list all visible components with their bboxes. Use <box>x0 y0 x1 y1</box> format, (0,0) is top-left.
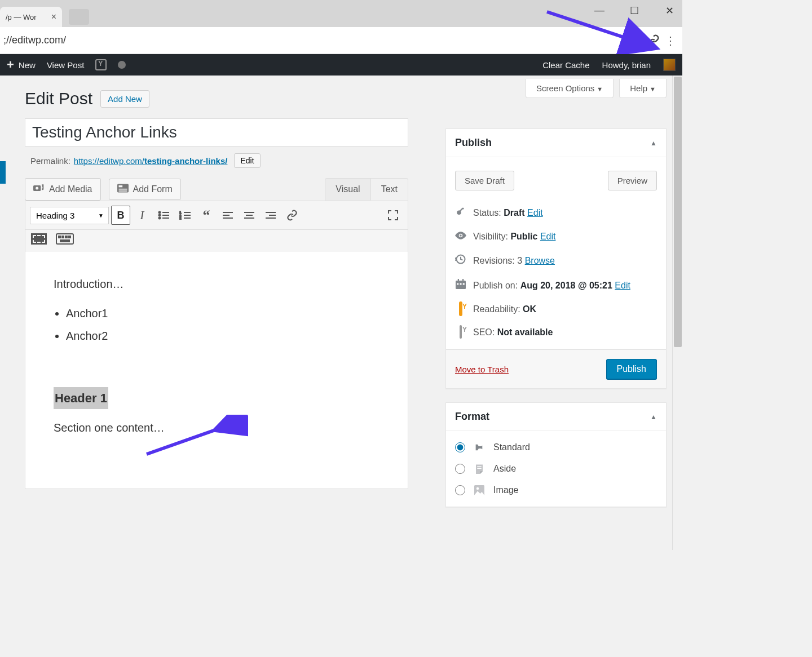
move-to-trash-link[interactable]: Move to Trash <box>455 365 509 374</box>
svg-rect-40 <box>457 283 458 285</box>
format-heading-select[interactable]: Heading 3 <box>30 207 109 224</box>
yoast-icon <box>95 59 107 70</box>
status-edit-link[interactable]: Edit <box>527 208 543 217</box>
schedule-edit-link[interactable]: Edit <box>615 281 630 290</box>
svg-line-49 <box>147 420 242 454</box>
svg-point-1 <box>36 187 38 190</box>
annotation-arrow <box>135 415 248 465</box>
adminbar-new[interactable]: + New <box>7 57 36 72</box>
svg-rect-41 <box>460 283 462 285</box>
avatar[interactable] <box>663 59 676 71</box>
chevron-up-icon[interactable]: ▲ <box>650 413 657 421</box>
page-title: Edit Post <box>25 89 92 108</box>
bold-button[interactable]: B <box>111 206 130 225</box>
tab-text[interactable]: Text <box>370 178 408 201</box>
browser-tab[interactable]: /p — Wor × <box>0 7 62 27</box>
svg-rect-3 <box>118 185 122 187</box>
numbered-list-button[interactable]: 123 <box>175 206 195 225</box>
save-draft-button[interactable]: Save Draft <box>455 171 514 190</box>
bullet-list-button[interactable] <box>154 206 173 225</box>
permalink-edit-button[interactable]: Edit <box>234 153 260 168</box>
svg-rect-30 <box>65 236 67 238</box>
svg-rect-43 <box>458 279 459 282</box>
chevron-down-icon: ▼ <box>597 86 603 92</box>
tab-title: /p — Wor <box>6 13 37 21</box>
permalink-url[interactable]: https://editwp.com/testing-anchor-links/ <box>74 156 228 166</box>
plus-icon: + <box>7 57 14 72</box>
revisions-icon <box>455 254 466 268</box>
svg-rect-32 <box>60 240 69 242</box>
post-title-input[interactable] <box>25 118 408 147</box>
chevron-up-icon[interactable]: ▲ <box>650 139 657 147</box>
wp-admin-bar: + New View Post Clear Cache Howdy, brian <box>0 54 682 76</box>
image-icon <box>473 484 486 496</box>
svg-point-10 <box>159 217 161 219</box>
tab-close-icon[interactable]: × <box>51 12 56 22</box>
eye-icon <box>455 230 466 242</box>
svg-rect-44 <box>462 279 464 282</box>
svg-rect-28 <box>59 236 60 238</box>
svg-point-37 <box>460 234 461 236</box>
toolbar-toggle-button[interactable] <box>31 233 47 245</box>
svg-rect-27 <box>56 234 73 244</box>
format-metabox: Format ▲ Standard <box>445 402 667 507</box>
screen-options-button[interactable]: Screen Options▼ <box>526 79 614 98</box>
anchor-list-item: Anchor1 <box>66 304 379 323</box>
align-center-button[interactable] <box>240 206 259 225</box>
calendar-icon <box>455 279 466 292</box>
add-media-button[interactable]: Add Media <box>25 178 101 201</box>
svg-rect-46 <box>477 468 482 469</box>
format-radio[interactable] <box>455 485 465 495</box>
svg-point-8 <box>159 215 161 216</box>
fullscreen-button[interactable] <box>383 206 403 225</box>
new-tab-button[interactable] <box>69 9 89 25</box>
key-icon <box>455 206 466 219</box>
format-option-image[interactable]: Image <box>446 480 666 501</box>
revisions-browse-link[interactable]: Browse <box>525 256 555 265</box>
align-left-button[interactable] <box>218 206 237 225</box>
svg-point-6 <box>159 212 161 214</box>
camera-music-icon <box>33 183 45 196</box>
svg-rect-42 <box>463 283 465 285</box>
adminbar-howdy[interactable]: Howdy, brian <box>602 60 651 70</box>
insert-link-button[interactable] <box>283 206 302 225</box>
help-button[interactable]: Help▼ <box>619 79 667 98</box>
svg-rect-4 <box>118 189 127 190</box>
adminbar-clear-cache[interactable]: Clear Cache <box>542 60 589 70</box>
publish-metabox: Publish ▲ Save Draft Preview Status: D <box>445 128 667 389</box>
svg-line-50 <box>547 12 654 47</box>
visibility-edit-link[interactable]: Edit <box>540 232 556 241</box>
scrollbar[interactable] <box>672 76 682 550</box>
form-icon <box>117 184 129 195</box>
blockquote-button[interactable]: “ <box>197 206 216 225</box>
format-option-aside[interactable]: Aside <box>446 458 666 480</box>
format-box-header[interactable]: Format ▲ <box>446 403 666 431</box>
permalink-label: Permalink: <box>30 156 70 166</box>
align-right-button[interactable] <box>261 206 280 225</box>
yoast-seo-icon <box>455 326 466 338</box>
adminbar-yoast[interactable] <box>95 59 107 70</box>
collapsed-menu-indicator <box>0 161 6 184</box>
svg-rect-31 <box>69 236 70 238</box>
header1-highlighted: Header 1 <box>54 387 108 409</box>
svg-rect-29 <box>62 236 64 238</box>
svg-rect-45 <box>477 467 482 468</box>
tab-visual[interactable]: Visual <box>325 178 370 201</box>
status-dot-icon <box>118 61 126 69</box>
scrollbar-thumb[interactable] <box>674 77 682 347</box>
preview-button[interactable]: Preview <box>608 171 657 190</box>
format-radio[interactable] <box>455 464 465 474</box>
keyboard-shortcuts-button[interactable] <box>56 233 74 246</box>
content-intro: Introduction… <box>54 274 379 294</box>
pin-icon <box>473 441 486 454</box>
chevron-down-icon: ▼ <box>650 86 656 92</box>
publish-box-header[interactable]: Publish ▲ <box>446 129 666 157</box>
svg-text:3: 3 <box>179 217 182 220</box>
adminbar-view-post[interactable]: View Post <box>47 60 84 70</box>
italic-button[interactable]: I <box>133 206 152 225</box>
publish-button[interactable]: Publish <box>606 359 657 379</box>
add-new-button[interactable]: Add New <box>100 90 149 108</box>
add-form-button[interactable]: Add Form <box>109 179 181 200</box>
format-option-standard[interactable]: Standard <box>446 437 666 458</box>
format-radio[interactable] <box>455 442 465 452</box>
